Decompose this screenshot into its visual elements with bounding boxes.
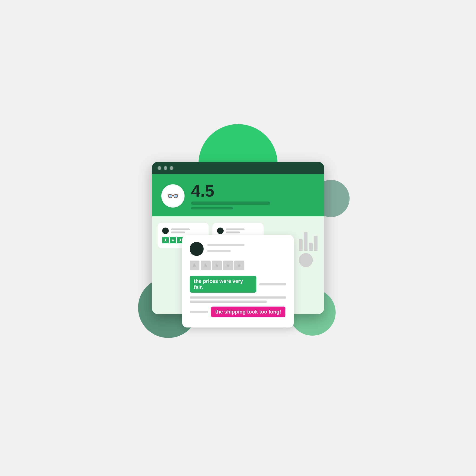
glasses-icon: 👓 [167, 190, 179, 202]
card1-avatar [162, 228, 169, 234]
positive-extra-line [259, 283, 286, 285]
review-line-2 [190, 301, 267, 303]
chart-bar-3 [309, 243, 313, 251]
review-name-line2 [207, 250, 231, 252]
chart-bars [299, 223, 318, 251]
negative-highlight: the shipping took too long! [211, 306, 285, 317]
review-star-3: ★ [212, 261, 222, 270]
chart-donut [299, 253, 313, 267]
scene: 👓 4.5 [133, 133, 343, 343]
main-review-card: ★ ★ ★ ★ ★ the prices were very fair. [182, 235, 294, 327]
card1-name-line1 [171, 228, 190, 230]
card1-star-1: ★ [162, 237, 169, 243]
chart-bar-2 [304, 232, 308, 251]
browser-window: 👓 4.5 [152, 162, 324, 314]
browser-titlebar [152, 162, 324, 174]
rating-bar-primary [191, 202, 270, 205]
positive-highlight: the prices were very fair. [190, 276, 256, 293]
review-avatar-row [190, 242, 286, 256]
card2-avatar [217, 228, 224, 234]
review-line-1 [190, 296, 286, 299]
review-avatar [190, 242, 204, 256]
review-name-line1 [207, 244, 244, 246]
logo-circle: 👓 [161, 184, 185, 207]
cards-area: ★ ★ ★ ★ ★ [152, 216, 324, 314]
card2-name-line1 [226, 228, 244, 230]
review-name-lines [207, 244, 244, 254]
positive-highlight-row: the prices were very fair. [190, 276, 286, 293]
browser-header: 👓 4.5 [152, 174, 324, 216]
review-star-1: ★ [190, 261, 199, 270]
review-lines-block [190, 296, 286, 303]
review-star-2: ★ [201, 261, 211, 270]
traffic-light-1 [158, 166, 161, 170]
chart-bar-1 [299, 239, 303, 251]
rating-section: 4.5 [191, 183, 315, 209]
card1-star-2: ★ [170, 237, 176, 243]
review-star-5: ★ [234, 261, 244, 270]
chart-area [299, 223, 318, 267]
negative-highlight-row: the shipping took too long! [190, 306, 286, 317]
review-star-4: ★ [223, 261, 233, 270]
chart-bar-4 [314, 236, 318, 251]
card1-avatar-row [162, 228, 204, 234]
card2-name-line2 [226, 232, 240, 233]
card2-name-lines [226, 228, 244, 233]
card1-name-lines [171, 228, 190, 233]
negative-prefix-line [190, 311, 208, 313]
rating-bar-secondary [191, 207, 233, 209]
review-stars-row: ★ ★ ★ ★ ★ [190, 261, 286, 270]
card2-avatar-row [217, 228, 259, 234]
rating-number: 4.5 [191, 183, 315, 199]
traffic-light-3 [170, 166, 173, 170]
traffic-light-2 [164, 166, 167, 170]
card1-name-line2 [171, 232, 185, 233]
